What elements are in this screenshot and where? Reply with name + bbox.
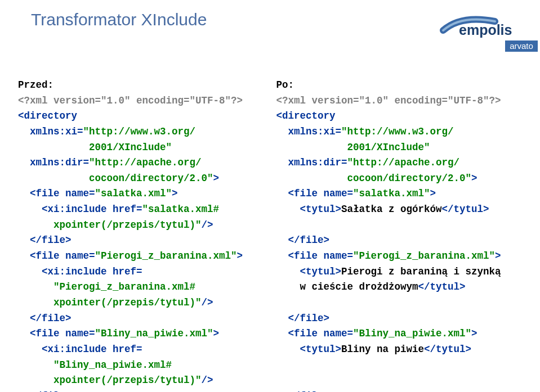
code-line: <file name= bbox=[276, 328, 354, 339]
code-attr: "Bliny_na_piwie.xml" bbox=[95, 328, 213, 339]
code-line: <file name= bbox=[18, 328, 95, 339]
code-attr: "salatka.xml# bbox=[142, 204, 220, 215]
code-line: xmlns:dir= bbox=[276, 157, 347, 168]
logo-text-main: empolis bbox=[459, 22, 512, 38]
code-line: </file> bbox=[18, 235, 72, 246]
code-line: </file> bbox=[276, 235, 330, 246]
code-line: <file name= bbox=[276, 250, 354, 262]
code-line: <xi:include href= bbox=[18, 204, 142, 215]
code-line: > bbox=[495, 250, 501, 262]
after-header: Po: bbox=[276, 79, 294, 91]
code-attr: "Bliny_na_piwie.xml" bbox=[353, 328, 471, 339]
code-line: </tytul> bbox=[442, 204, 489, 215]
code-line: xmlns:dir= bbox=[18, 157, 89, 168]
before-column: Przed: <?xml version="1.0" encoding="UTF… bbox=[18, 78, 276, 392]
code-line: <tytul> bbox=[276, 344, 342, 355]
code-attr: "salatka.xml" bbox=[95, 188, 172, 199]
logo-text-sub: arvato bbox=[510, 41, 533, 51]
code-attr: xpointer(/przepis/tytul)" bbox=[18, 297, 202, 308]
code-attr: cocoon/directory/2.0" bbox=[276, 173, 472, 184]
code-line: </tytul> bbox=[418, 281, 466, 292]
code-line: <directory bbox=[276, 110, 336, 121]
code-line: <xi:include href= bbox=[18, 266, 142, 277]
code-attr: "http://www.w3.org/ bbox=[83, 126, 196, 137]
code-attr: "Pierogi_z_baranina.xml# bbox=[18, 281, 195, 292]
after-column: Po: <?xml version="1.0" encoding="UTF-8"… bbox=[276, 78, 535, 392]
code-line: > bbox=[213, 173, 220, 184]
code-text: w cieście drożdżowym bbox=[276, 281, 418, 292]
code-line: > bbox=[172, 188, 178, 199]
code-line: <tytul> bbox=[276, 266, 342, 277]
code-attr: "Pierogi_z_baranina.xml" bbox=[353, 250, 495, 262]
code-line: > bbox=[471, 328, 477, 339]
code-attr: "http://www.w3.org/ bbox=[341, 126, 454, 137]
code-attr: xpointer(/przepis/tytul)" bbox=[18, 375, 202, 386]
code-line: </tytul> bbox=[424, 344, 471, 355]
code-attr: 2001/XInclude" bbox=[18, 142, 172, 153]
before-header: Przed: bbox=[18, 79, 53, 91]
slide-title: Transformator XInclude bbox=[31, 10, 207, 29]
code-line: <directory bbox=[18, 110, 77, 121]
code-line: <file name= bbox=[276, 188, 354, 199]
code-line: /> bbox=[202, 375, 213, 386]
code-attr: xpointer(/przepis/tytul)" bbox=[18, 219, 202, 231]
code-text: Sałatka z ogórków bbox=[341, 204, 442, 215]
code-line: xmlns:xi= bbox=[276, 126, 342, 137]
code-attr: 2001/XInclude" bbox=[276, 142, 430, 153]
content-columns: Przed: <?xml version="1.0" encoding="UTF… bbox=[18, 78, 534, 392]
code-text: Pierogi z baraniną i szynką bbox=[341, 266, 501, 277]
code-attr: "Bliny_na_piwie.xml# bbox=[18, 359, 172, 371]
code-line: xmlns:xi= bbox=[18, 126, 83, 137]
code-attr: "http://apache.org/ bbox=[89, 157, 202, 168]
code-line: > bbox=[471, 173, 477, 184]
code-attr: cocoon/directory/2.0" bbox=[18, 173, 213, 184]
code-text: Bliny na piwie bbox=[341, 344, 424, 355]
code-line: <file name= bbox=[18, 250, 95, 262]
code-line: > bbox=[237, 250, 243, 262]
code-line: </file> bbox=[18, 313, 72, 324]
code-line: <file name= bbox=[18, 188, 95, 199]
code-line: <xi:include href= bbox=[18, 344, 142, 355]
code-line: </file> bbox=[276, 313, 330, 324]
code-attr: "http://apache.org/ bbox=[347, 157, 460, 168]
code-line: <tytul> bbox=[276, 204, 342, 215]
code-line: <?xml version="1.0" encoding="UTF-8"?> bbox=[276, 95, 501, 106]
code-line: /> bbox=[202, 297, 213, 308]
code-attr: "salatka.xml" bbox=[353, 188, 430, 199]
code-attr: "Pierogi_z_baranina.xml" bbox=[95, 250, 237, 262]
code-line: > bbox=[213, 328, 220, 339]
logo: empolis arvato bbox=[439, 12, 540, 56]
code-line: > bbox=[430, 188, 436, 199]
code-line: <?xml version="1.0" encoding="UTF-8"?> bbox=[18, 95, 243, 106]
code-line: /> bbox=[202, 219, 213, 231]
